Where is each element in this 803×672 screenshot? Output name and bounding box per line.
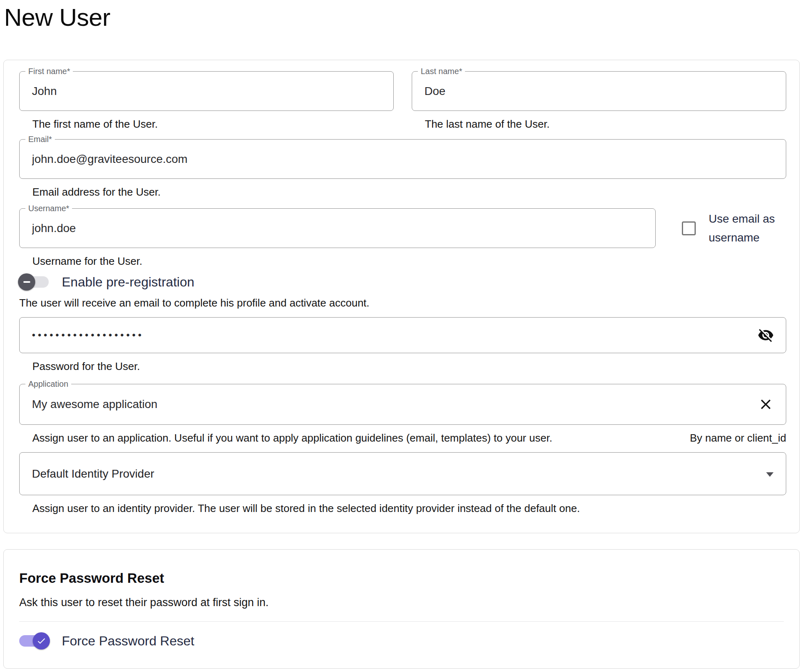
- first-name-label: First name*: [25, 67, 73, 76]
- last-name-label: Last name*: [418, 67, 465, 76]
- force-password-reset-title: Force Password Reset: [19, 571, 784, 586]
- toggle-password-visibility-button[interactable]: [757, 327, 774, 344]
- last-name-input[interactable]: [412, 85, 786, 98]
- visibility-off-icon: [758, 327, 774, 343]
- email-hint: Email address for the User.: [32, 186, 786, 198]
- application-field: Application: [19, 384, 786, 425]
- force-password-reset-toggle[interactable]: [19, 635, 49, 647]
- email-label: Email*: [25, 135, 55, 144]
- last-name-hint: The last name of the User.: [425, 118, 786, 130]
- identity-provider-value: Default Identity Provider: [20, 467, 786, 480]
- toggle-knob: [18, 273, 35, 291]
- application-label: Application: [25, 379, 71, 388]
- first-name-field: First name*: [19, 71, 394, 111]
- clear-application-button[interactable]: [757, 396, 774, 413]
- application-input[interactable]: [20, 398, 786, 411]
- force-password-reset-card: Force Password Reset Ask this user to re…: [3, 549, 800, 669]
- check-icon: [36, 636, 46, 646]
- first-name-hint: The first name of the User.: [32, 118, 394, 130]
- use-email-as-username-checkbox[interactable]: [682, 221, 696, 235]
- force-password-reset-description: Ask this user to reset their password at…: [19, 596, 784, 609]
- name-fields-row: First name* The first name of the User. …: [19, 71, 786, 130]
- username-input[interactable]: [20, 222, 655, 235]
- identity-provider-hint: Assign user to an identity provider. The…: [32, 502, 786, 514]
- use-email-as-username-control: Use email as username: [682, 210, 784, 247]
- password-input[interactable]: [20, 329, 786, 341]
- user-form-card: First name* The first name of the User. …: [3, 60, 800, 533]
- toggle-knob: [33, 632, 50, 649]
- username-row: Username* Use email as username: [19, 208, 786, 248]
- preregistration-hint: The user will receive an email to comple…: [19, 297, 786, 309]
- force-password-reset-toggle-row: Force Password Reset: [19, 632, 784, 649]
- use-email-as-username-label: Use email as username: [708, 210, 784, 247]
- first-name-input[interactable]: [20, 85, 393, 98]
- password-field: [19, 317, 786, 353]
- chevron-down-icon: [766, 472, 774, 477]
- email-field: Email*: [19, 139, 786, 179]
- close-icon: [758, 396, 774, 413]
- force-password-reset-toggle-label: Force Password Reset: [62, 634, 194, 649]
- divider: [19, 621, 784, 622]
- application-hint-row: Assign user to an application. Useful if…: [19, 432, 786, 444]
- username-hint: Username for the User.: [32, 255, 786, 267]
- minus-icon: [23, 281, 30, 283]
- preregistration-toggle[interactable]: [19, 276, 49, 288]
- preregistration-toggle-row: Enable pre-registration: [19, 273, 786, 291]
- new-user-page: New User First name* The first name of t…: [0, 4, 803, 669]
- page-title: New User: [4, 4, 800, 31]
- application-hint: Assign user to an application. Useful if…: [32, 432, 552, 444]
- application-hint-right: By name or client_id: [690, 432, 786, 444]
- identity-provider-select[interactable]: Default Identity Provider: [19, 452, 786, 495]
- username-field: Username*: [19, 208, 656, 248]
- username-label: Username*: [25, 204, 72, 213]
- email-input[interactable]: [20, 153, 786, 166]
- preregistration-toggle-label: Enable pre-registration: [62, 275, 194, 290]
- last-name-field: Last name*: [412, 71, 786, 111]
- password-hint: Password for the User.: [32, 360, 786, 372]
